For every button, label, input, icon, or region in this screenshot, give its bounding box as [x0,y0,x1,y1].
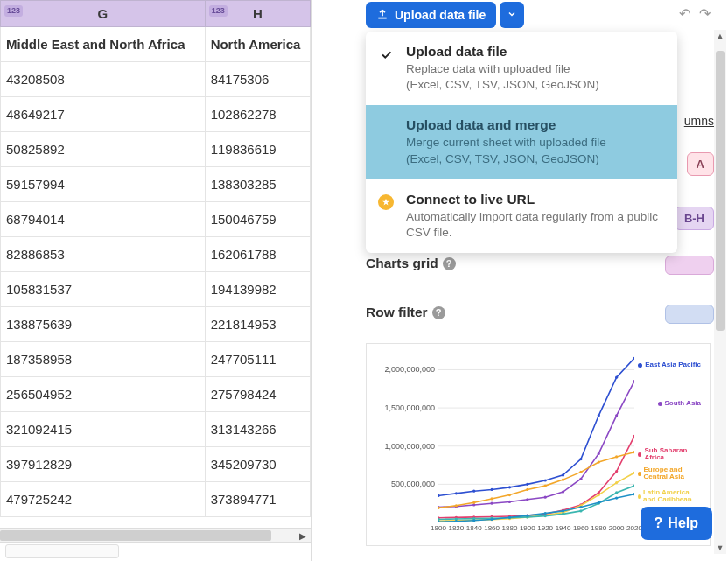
charts-grid-swatch[interactable] [665,256,714,275]
svg-point-50 [615,455,618,458]
table-row[interactable]: 68794014150046759 [1,202,311,237]
col-type-badge: 123 [209,5,228,17]
column-pill-bh[interactable]: B-H [675,207,714,230]
table-row[interactable]: 187358958247705111 [1,342,311,377]
check-icon [378,46,394,62]
data-cell[interactable]: 321092415 [1,412,206,447]
x-tick-label: 1820 [448,524,464,532]
help-button[interactable]: ? Help [640,507,712,540]
dd-desc: Automatically import data regularly from… [406,209,663,241]
undo-button[interactable]: ↶ [679,5,690,22]
data-cell[interactable]: 50825892 [1,132,206,167]
data-cell[interactable]: 43208508 [1,62,206,97]
svg-point-47 [562,479,564,481]
table-row[interactable]: 48649217102862278 [1,97,311,132]
svg-point-82 [544,512,547,515]
upload-data-button[interactable]: Upload data file [366,2,496,28]
table-row[interactable]: 59157994138303285 [1,167,311,202]
col-letter: H [253,6,262,21]
column-pill-a[interactable]: A [687,152,714,176]
data-cell[interactable]: 345209730 [205,447,310,482]
table-row[interactable]: 105831537194139982 [1,272,311,307]
table-row[interactable]: 4320850884175306 [1,62,311,97]
hscroll-thumb[interactable] [0,530,271,541]
header-cell[interactable]: Middle East and North Africa [1,27,206,62]
svg-point-83 [562,509,564,512]
data-cell[interactable]: 138303285 [205,167,310,202]
dd-title: Connect to live URL [406,192,663,207]
svg-point-87 [633,493,634,495]
data-cell[interactable]: 68794014 [1,202,206,237]
horizontal-scrollbar[interactable]: ▶ [0,528,311,542]
table-row[interactable]: 82886853162061788 [1,237,311,272]
data-cell[interactable]: 256504952 [1,377,206,412]
sheet-tab[interactable] [5,544,119,558]
x-tick-label: 1980 [591,524,606,532]
dropdown-item-merge[interactable]: Upload data and merge Merge current shee… [366,105,677,179]
data-cell[interactable]: 48649217 [1,97,206,132]
data-cell[interactable]: 59157994 [1,167,206,202]
upload-dropdown-toggle[interactable] [500,2,524,28]
scroll-down-arrow[interactable]: ▼ [714,543,726,552]
table-row[interactable]: 256504952275798424 [1,377,311,412]
x-tick-label: 1920 [537,524,553,532]
vscroll-thumb[interactable] [716,51,724,331]
svg-point-22 [544,496,547,499]
data-cell[interactable]: 313143266 [205,412,310,447]
svg-point-79 [490,518,493,521]
help-icon[interactable]: ? [432,306,445,319]
table-row[interactable]: 321092415313143266 [1,412,311,447]
x-tick-label: 1860 [484,524,500,532]
svg-point-7 [490,488,493,491]
data-cell[interactable]: 82886853 [1,237,206,272]
dropdown-item-url[interactable]: Connect to live URL Automatically import… [366,179,677,253]
table-row[interactable]: 479725242373894771 [1,482,311,517]
help-label: Help [668,515,698,531]
svg-point-80 [508,516,511,519]
columns-link-partial[interactable]: umns [684,114,714,128]
dropdown-item-upload[interactable]: Upload data file Replace data with uploa… [366,32,677,105]
data-cell[interactable]: 102862278 [205,97,310,132]
upload-button-group: Upload data file [366,2,524,28]
svg-point-12 [579,458,582,460]
col-header-h[interactable]: 123 H [205,1,310,27]
data-cell[interactable]: 150046759 [205,202,310,237]
data-cell[interactable]: 247705111 [205,342,310,377]
data-cell[interactable]: 105831537 [1,272,206,307]
data-cell[interactable]: 479725242 [1,482,206,517]
data-cell[interactable]: 187358958 [1,342,206,377]
table-row[interactable]: 138875639221814953 [1,307,311,342]
svg-point-26 [615,414,618,417]
data-cell[interactable]: 119836619 [205,132,310,167]
data-cell[interactable]: 138875639 [1,307,206,342]
scroll-up-arrow[interactable]: ▲ [714,32,726,40]
help-icon[interactable]: ? [443,257,456,270]
svg-point-61 [598,494,600,496]
vertical-scrollbar[interactable]: ▲ ▼ [714,30,726,554]
x-tick-label: 1840 [466,524,482,532]
table-header-row[interactable]: Middle East and North AfricaNorth Americ… [1,27,311,62]
undo-redo-group: ↶ ↷ [679,5,710,22]
data-cell[interactable]: 221814953 [205,307,310,342]
data-cell[interactable]: 84175306 [205,62,310,97]
col-header-g[interactable]: 123 G [1,1,206,27]
svg-point-19 [490,502,493,505]
header-cell[interactable]: North America [205,27,310,62]
data-cell[interactable]: 162061788 [205,237,310,272]
hscroll-right-arrow[interactable]: ▶ [297,529,309,543]
table-row[interactable]: 397912829345209730 [1,447,311,482]
table-row[interactable]: 50825892119836619 [1,132,311,167]
svg-point-84 [579,506,582,508]
data-cell[interactable]: 397912829 [1,447,206,482]
data-cell[interactable]: 373894771 [205,482,310,517]
upload-button-label: Upload data file [395,8,486,22]
star-icon [378,194,394,210]
svg-point-23 [562,490,564,493]
svg-point-14 [615,376,618,379]
data-cell[interactable]: 275798424 [205,377,310,412]
row-filter-swatch[interactable] [665,305,714,324]
sheet-scroll[interactable]: 123 G 123 H Middle East and North Africa… [0,0,311,528]
data-cell[interactable]: 194139982 [205,272,310,307]
legend-item: Sub Saharan Africa [638,447,701,462]
redo-button[interactable]: ↷ [699,5,710,22]
